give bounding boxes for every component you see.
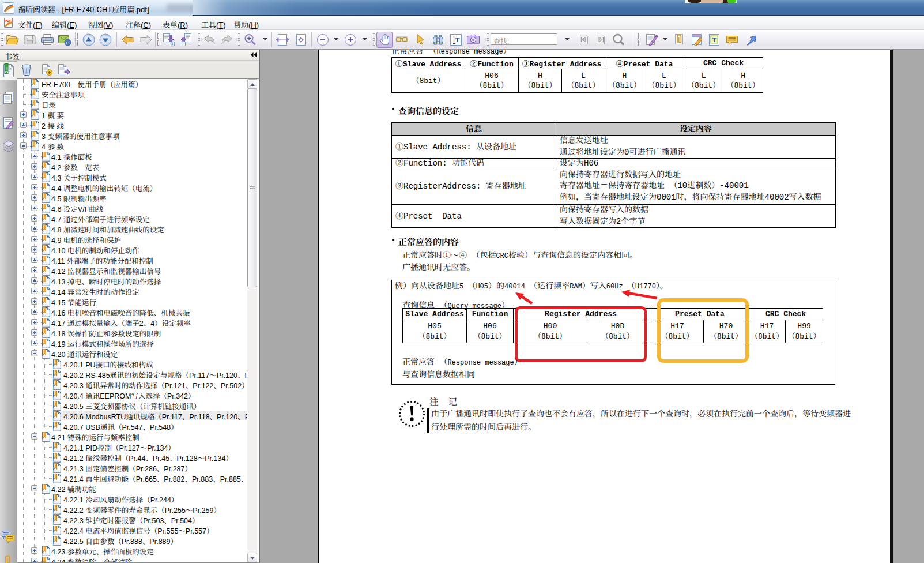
svg-text:T: T — [712, 36, 717, 43]
svg-text:e: e — [66, 40, 69, 46]
svg-text:T: T — [455, 36, 460, 43]
